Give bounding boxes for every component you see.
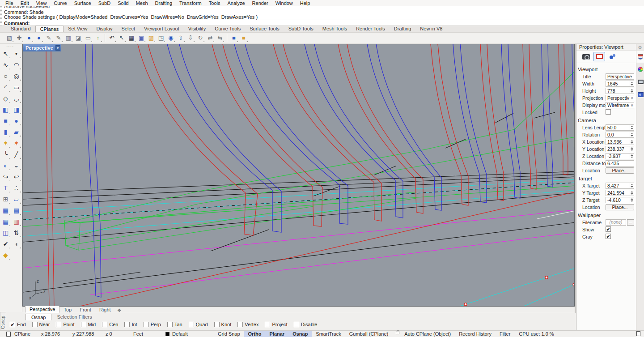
menu-mesh[interactable]: Mesh xyxy=(132,0,152,6)
cplane-to-sphere-icon[interactable]: ● xyxy=(34,34,43,43)
title-field[interactable]: Perspective xyxy=(606,73,634,80)
points-on-icon[interactable]: ∴ xyxy=(12,183,21,193)
sphere-icon[interactable]: ● xyxy=(12,116,21,126)
toolbar-tab-set-view[interactable]: Set View xyxy=(64,26,92,32)
menu-window[interactable]: Window xyxy=(272,0,297,6)
spin-up-icon[interactable] xyxy=(631,82,633,83)
location-place-button[interactable]: Place... xyxy=(606,167,634,174)
toolbar-tab-visibility[interactable]: Visibility xyxy=(184,26,211,32)
x-location-spinner[interactable] xyxy=(630,139,634,145)
status-toggle-gumballcplane[interactable]: Gumball (CPlane) xyxy=(345,331,392,337)
explode-icon[interactable]: ✶ xyxy=(1,139,11,148)
viewport-menu-chevron-icon[interactable]: ▼ xyxy=(55,45,60,51)
status-toggle-gridsnap[interactable]: Grid Snap xyxy=(214,331,244,337)
osnap-option-quad[interactable]: Quad xyxy=(189,322,208,327)
distance-to-ta-input[interactable]: 6.435 xyxy=(606,160,634,166)
display-mode-properties-button[interactable] xyxy=(607,52,619,61)
box-icon[interactable]: ■ xyxy=(1,116,11,126)
osnap-option-near[interactable]: Near xyxy=(32,322,50,327)
toolbar-tab-subd-tools[interactable]: SubD Tools xyxy=(284,26,318,32)
osnap-checkbox-int[interactable] xyxy=(124,322,130,327)
undo-cplane-change-icon[interactable]: ↶ xyxy=(107,34,116,43)
gray-checkbox[interactable]: ✔ xyxy=(606,234,611,239)
boolean-difference-icon[interactable]: ◒ xyxy=(12,161,21,171)
menu-file[interactable]: File xyxy=(2,0,17,6)
boolean-union-icon[interactable]: ◐ xyxy=(1,161,11,171)
surface-patch-icon[interactable]: ▰ xyxy=(12,128,21,137)
filename-input[interactable]: (none) xyxy=(606,219,626,226)
cylinder-icon[interactable]: ▮ xyxy=(1,128,11,137)
osnap-side-tab[interactable]: Osnap xyxy=(0,312,6,333)
osnap-option-knot[interactable]: Knot xyxy=(214,322,232,327)
viewport-title-tab[interactable]: Perspective ▼ xyxy=(23,44,61,51)
toolbar-tab-curve-tools[interactable]: Curve Tools xyxy=(210,26,245,32)
status-toggle-osnap[interactable]: Osnap xyxy=(288,331,312,337)
menu-transform[interactable]: Transform xyxy=(176,0,205,6)
osnap-option-tan[interactable]: Tan xyxy=(167,322,182,327)
group-icon[interactable]: ⊞ xyxy=(1,195,11,204)
save-cplane-icon[interactable]: ▣ xyxy=(137,34,146,43)
viewport-tab-perspective[interactable]: Perspective xyxy=(25,306,59,313)
osnap-checkbox-disable[interactable] xyxy=(294,322,299,327)
osnap-checkbox-mid[interactable] xyxy=(81,322,86,327)
status-toggle-planar[interactable]: Planar xyxy=(265,331,288,337)
select-cplane-objects-icon[interactable]: ↖ xyxy=(117,34,126,43)
osnap-option-int[interactable]: Int xyxy=(124,322,137,327)
chamfer-icon[interactable]: ╱ xyxy=(12,150,21,159)
menu-view[interactable]: View xyxy=(33,0,51,6)
command-history[interactable]: Autosave succeeded Command: Shade Choose… xyxy=(0,6,644,26)
osnap-checkbox-project[interactable] xyxy=(265,322,270,327)
move-cplane-up-icon[interactable]: ⇧ xyxy=(176,34,185,43)
spin-down-icon[interactable] xyxy=(631,135,633,137)
toolbar-tab-viewport-layout[interactable]: Viewport Layout xyxy=(140,26,184,32)
spin-up-icon[interactable] xyxy=(631,198,633,200)
cplane-to-object-icon[interactable]: ● xyxy=(25,34,34,43)
spin-up-icon[interactable] xyxy=(631,191,633,192)
move-cplane-down-icon[interactable]: ⇩ xyxy=(186,34,195,43)
show-checkbox[interactable]: ✔ xyxy=(606,226,611,232)
spin-down-icon[interactable] xyxy=(631,200,633,202)
y-target-field[interactable]: 241.594 xyxy=(606,190,634,196)
osnap-option-mid[interactable]: Mid xyxy=(81,322,96,327)
array-along-surface-icon[interactable]: ▤ xyxy=(12,206,21,215)
rectangle-icon[interactable]: ▭ xyxy=(12,83,21,92)
toolbar-tab-surface-tools[interactable]: Surface Tools xyxy=(245,26,284,32)
circle-icon[interactable]: ○ xyxy=(1,72,11,81)
control-point-curve-icon[interactable]: ∿ xyxy=(1,60,11,70)
spin-up-icon[interactable] xyxy=(631,154,633,156)
tab-display[interactable] xyxy=(636,76,644,88)
cplane-offset-icon[interactable]: ▭ xyxy=(84,34,93,43)
lens-length-spinner[interactable] xyxy=(630,125,634,130)
fillet-icon[interactable]: ╰ xyxy=(1,150,11,159)
menu-render[interactable]: Render xyxy=(249,0,272,6)
lasso-icon[interactable]: ◆ xyxy=(1,251,11,260)
select-icon[interactable]: ↖ xyxy=(1,49,11,59)
open-cplane-icon[interactable]: ▨ xyxy=(147,34,156,43)
copy-icon[interactable]: ◫ xyxy=(1,228,11,238)
freeform-curve-icon[interactable]: ◡ xyxy=(12,94,21,103)
spin-down-icon[interactable] xyxy=(631,91,633,93)
osnap-checkbox-vertex[interactable] xyxy=(237,322,243,327)
toolbar-tab-new-in-v8[interactable]: New in V8 xyxy=(415,26,447,32)
camera-properties-button[interactable] xyxy=(580,52,592,61)
spin-down-icon[interactable] xyxy=(631,193,633,195)
osnap-tab-osnap[interactable]: Osnap xyxy=(25,314,51,320)
status-toggle-filter[interactable]: Filter xyxy=(496,331,514,337)
toolbar-tab-drafting[interactable]: Drafting xyxy=(390,26,416,32)
flip-cplane-icon[interactable]: ⇄ xyxy=(206,34,215,43)
command-area-grip[interactable] xyxy=(0,6,2,26)
osnap-option-disable[interactable]: Disable xyxy=(294,322,318,327)
point-icon[interactable]: • xyxy=(12,49,21,59)
osnap-option-project[interactable]: Project xyxy=(265,322,287,327)
z-location-field[interactable]: -3.937 xyxy=(606,153,634,159)
cplane-perp-to-curve-icon[interactable]: ✎ xyxy=(54,34,63,43)
tab-colors[interactable] xyxy=(636,64,644,75)
toolbar-tab-display[interactable]: Display xyxy=(92,26,117,32)
status-toggle-smarttrack[interactable]: SmartTrack xyxy=(312,331,345,337)
osnap-checkbox-perp[interactable] xyxy=(144,322,149,327)
interpolate-curve-icon[interactable]: ◠ xyxy=(12,60,21,70)
menu-curve[interactable]: Curve xyxy=(50,0,70,6)
gear-icon[interactable]: ⚙ xyxy=(638,45,642,51)
width-spinner[interactable] xyxy=(630,81,634,86)
move-icon[interactable]: ▦ xyxy=(1,206,11,215)
